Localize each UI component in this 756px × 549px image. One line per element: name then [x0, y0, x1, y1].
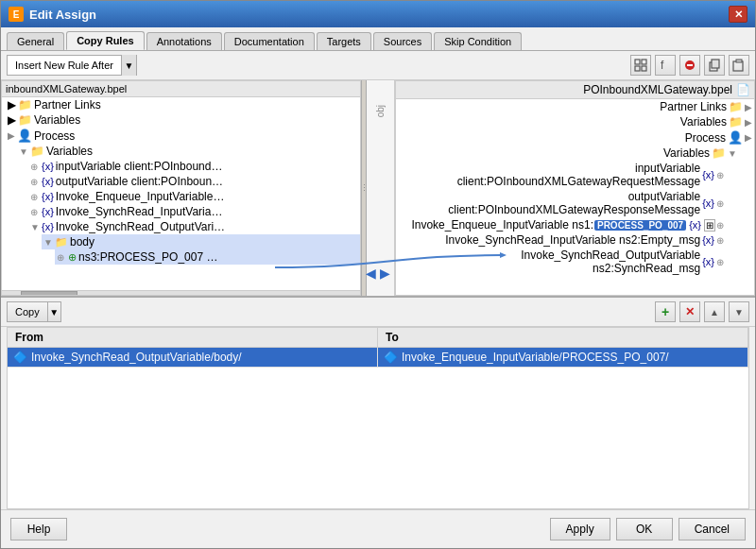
right-node-input-var[interactable]: inputVariable client:POInboundXMLGateway… [396, 161, 728, 189]
expand-icon: ▶ [8, 113, 16, 127]
var-icon: {x} [42, 176, 54, 187]
right-node-variables[interactable]: Variables 📁 ▶ [396, 114, 754, 129]
title-bar: E Edit Assign ✕ [1, 1, 755, 27]
add-copy-rule-btn[interactable]: + [655, 301, 676, 322]
node-label: Invoke_SynchRead_InputVariable ns... [56, 205, 226, 218]
highlight-label: PROCESS_PO_007 [594, 220, 686, 231]
left-node-variables-2[interactable]: ▼ 📁 Variables [17, 144, 360, 159]
left-node-outputVariable[interactable]: ⊕ {x} outputVariable client:POInboundXML… [28, 174, 360, 189]
left-tree-panel: inboundXMLGateway.bpel ▶ 📁 Partner Links… [1, 80, 361, 296]
expand-icon: ⊕ [716, 257, 726, 267]
dropdown-arrow-icon[interactable]: ▼ [121, 55, 136, 76]
expand-icon: ⊕ [30, 162, 40, 172]
cancel-button[interactable]: Cancel [679, 518, 746, 540]
expand-icon: ⊕ [716, 170, 726, 180]
tab-general[interactable]: General [7, 32, 64, 50]
expand-icon: ⊕ [716, 220, 726, 231]
expand-icon: ▶ [8, 130, 15, 141]
node-label: outputVariable client:POInboundXMLG... [56, 175, 226, 188]
bottom-section: Copy ▼ + ✕ ▲ ▼ From [1, 298, 755, 509]
table-row[interactable]: 🔷 Invoke_SynchRead_OutputVariable/body/ … [8, 348, 748, 368]
right-node-synchread-output[interactable]: Invoke_SynchRead_OutputVariable ns2:Sync… [396, 248, 728, 276]
var-icon: {x} [42, 191, 54, 202]
dialog-icon: E [9, 7, 24, 22]
delete-icon [683, 59, 696, 72]
node-label: inputVariable client:POInboundXMLGateway… [417, 162, 700, 188]
to-value: Invoke_Enqueue_InputVariable/PROCESS_PO_… [402, 351, 669, 364]
folder-icon: 📁 [55, 236, 68, 249]
left-node-partner-links[interactable]: ▶ 📁 Partner Links [2, 97, 360, 112]
dialog-title: Edit Assign [29, 8, 96, 22]
node-label: Variables [34, 113, 80, 127]
right-node-partner-links[interactable]: Partner Links 📁 ▶ [396, 99, 754, 114]
var-icon: {x} [702, 256, 714, 267]
copy-dropdown-arrow[interactable]: ▼ [47, 301, 60, 322]
help-button[interactable]: Help [10, 518, 67, 540]
node-label: Invoke_SynchRead_OutputVariable ns2:Sync… [417, 249, 700, 275]
var-icon: {x} [42, 206, 54, 217]
expand-icon: ▶ [8, 98, 16, 112]
paste-icon [732, 59, 746, 72]
left-node-invoke-synchread-input[interactable]: ⊕ {x} Invoke_SynchRead_InputVariable ns.… [28, 204, 360, 219]
copy-dropdown-btn[interactable]: Copy ▼ [7, 301, 61, 322]
main-content: inboundXMLGateway.bpel ▶ 📁 Partner Links… [1, 80, 755, 509]
dialog-footer: Help Apply OK Cancel [1, 509, 755, 548]
right-node-variables-2[interactable]: Variables 📁 ▼ [396, 146, 739, 161]
node-label: Invoke_SynchRead_OutputVariable n... [56, 220, 226, 233]
right-node-synchread-input[interactable]: Invoke_SynchRead_InputVariable ns2:Empty… [396, 232, 728, 248]
tab-targets[interactable]: Targets [317, 32, 371, 50]
delete-copy-rule-btn[interactable]: ✕ [679, 301, 700, 322]
move-down-btn[interactable]: ▼ [729, 301, 749, 322]
copy-btn-text: Copy [8, 304, 47, 319]
delete-rule-btn[interactable] [679, 55, 700, 76]
delete-icon: ✕ [685, 305, 695, 318]
folder-icon: 📁 [30, 145, 44, 158]
tab-skip-condition[interactable]: Skip Condition [434, 32, 522, 50]
tab-copy-rules[interactable]: Copy Rules [66, 31, 145, 50]
var-icon: {x} [702, 234, 714, 246]
apply-button[interactable]: Apply [550, 518, 610, 540]
insert-dropdown[interactable]: Insert New Rule After ▼ [7, 55, 137, 76]
grid-icon-btn[interactable] [630, 55, 651, 76]
right-node-output-var[interactable]: outputVariable client:POInboundXMLGatewa… [396, 189, 728, 217]
folder-icon: 📁 [712, 146, 726, 160]
to-icon: 🔷 [384, 351, 398, 364]
ns-icon: ⊕ [68, 251, 77, 264]
right-node-process[interactable]: Process 👤 ▶ [396, 129, 754, 146]
node-label: Process [685, 131, 726, 145]
node-label: Variables [663, 146, 710, 160]
node-label: Partner Links [660, 100, 727, 113]
node-label: Variables [46, 145, 93, 158]
node-label: Variables [680, 115, 727, 129]
var-icon: {x} [702, 197, 714, 209]
close-button[interactable]: ✕ [729, 6, 747, 23]
node-label: Invoke_Enqueue_InputVariable ns1:P... [56, 190, 226, 203]
node-label: Partner Links [34, 98, 101, 112]
node-label: Process [34, 129, 75, 143]
svg-rect-8 [712, 60, 719, 68]
tab-documentation[interactable]: Documentation [224, 32, 315, 50]
paste-rule-btn[interactable] [729, 55, 749, 76]
svg-rect-1 [642, 60, 646, 64]
left-node-variables-1[interactable]: ▶ 📁 Variables [2, 112, 360, 128]
copy-rule-btn[interactable] [704, 55, 725, 76]
tab-sources[interactable]: Sources [373, 32, 432, 50]
connector-arrows: ◀ ▶ [364, 264, 392, 283]
left-node-invoke-enqueue[interactable]: ⊕ {x} Invoke_Enqueue_InputVariable ns1:P… [28, 189, 360, 204]
left-tree-container: ▶ 📁 Partner Links ▶ 📁 Variables ▶ 👤 [2, 97, 360, 290]
left-node-process[interactable]: ▶ 👤 Process [2, 128, 360, 144]
function-icon-btn[interactable]: f [655, 55, 676, 76]
ok-button[interactable]: OK [616, 518, 673, 540]
expand-icon: ⊕ [57, 252, 66, 263]
left-node-body[interactable]: ▼ 📁 body [42, 234, 360, 249]
left-node-invoke-synchread-output[interactable]: ▼ {x} Invoke_SynchRead_OutputVariable n.… [28, 219, 360, 234]
tab-annotations[interactable]: Annotations [146, 32, 222, 50]
left-scrollbar-thumb [21, 291, 77, 296]
left-node-inputVariable[interactable]: ⊕ {x} inputVariable client:POInboundXMLG… [28, 159, 360, 174]
copy-rules-table: From To 🔷 Invoke_SynchRead_OutputVariabl… [7, 327, 749, 509]
left-tree-scrollbar[interactable] [2, 290, 360, 296]
svg-rect-10 [736, 60, 742, 62]
left-node-process-po[interactable]: ⊕ ⊕ ns3:PROCESS_PO_007 <ano... [55, 249, 360, 265]
right-node-invoke-enqueue[interactable]: Invoke_Enqueue_InputVariable ns1: PROCES… [396, 217, 728, 232]
move-up-btn[interactable]: ▲ [704, 301, 725, 322]
